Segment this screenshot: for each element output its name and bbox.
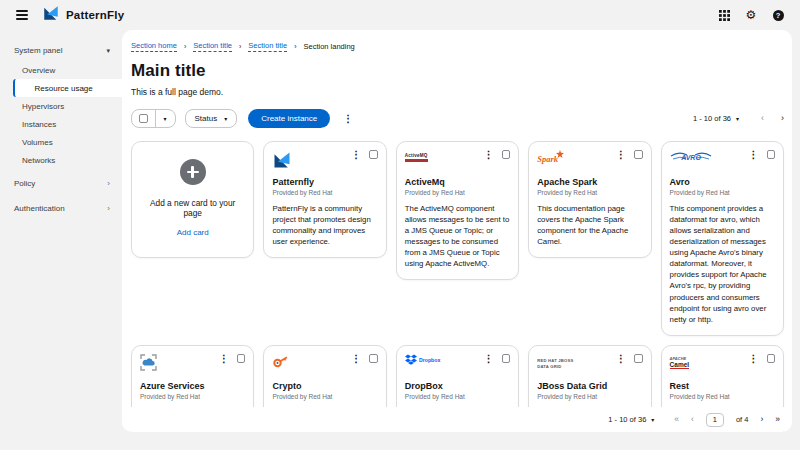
catalog-card-activemq[interactable]: ActiveMQ ⋮ ActiveMq Provided by Red Hat …: [396, 141, 519, 281]
card-checkbox[interactable]: [502, 150, 511, 159]
svg-text:Dropbox: Dropbox: [419, 356, 440, 362]
card-description: PatternFly is a community project that p…: [272, 203, 377, 247]
apache-spark-logo-icon: Spark: [537, 154, 558, 164]
sidebar-item-policy[interactable]: Policy ›: [0, 173, 122, 194]
catalog-card-avro[interactable]: AVRO ⋮ Avro Provided by Red Hat This com…: [661, 141, 784, 336]
sidebar-item-overview[interactable]: Overview: [0, 61, 122, 79]
patternfly-logo-icon: [42, 4, 60, 26]
card-checkbox[interactable]: [634, 150, 643, 159]
crypto-logo-icon: [272, 354, 289, 369]
card-checkbox[interactable]: [767, 150, 776, 159]
rest-camel-logo-icon: APACHE Camel: [670, 357, 690, 370]
card-provider: Provided by Red Hat: [537, 393, 642, 400]
breadcrumb-link[interactable]: Section title: [248, 41, 287, 52]
jboss-data-grid-logo-icon: RED HAT JBOSS DATA GRID: [537, 358, 573, 370]
card-title: ActiveMq: [405, 177, 510, 187]
chevron-down-icon: ▾: [736, 115, 739, 122]
sidebar-group-system-panel[interactable]: System panel ▾: [0, 42, 122, 59]
chevron-right-icon: ›: [107, 204, 110, 213]
card-provider: Provided by Red Hat: [272, 189, 377, 196]
next-page-icon[interactable]: ›: [760, 415, 763, 424]
prev-page-icon[interactable]: ‹: [691, 415, 694, 424]
sidebar-item-authentication[interactable]: Authentication ›: [0, 198, 122, 219]
page-title: Main title: [131, 61, 784, 81]
add-card-link[interactable]: Add card: [177, 228, 209, 237]
pagination-range-menu[interactable]: 1 - 10 of 36 ▾: [608, 415, 654, 424]
app-launcher-grid-icon[interactable]: [718, 9, 730, 21]
create-instance-button[interactable]: Create instance: [248, 109, 330, 128]
next-page-icon[interactable]: ›: [781, 114, 784, 123]
page-count-label: of 4: [736, 415, 749, 424]
card-checkbox[interactable]: [237, 354, 246, 363]
bulk-select-checkbox[interactable]: [132, 110, 156, 127]
card-checkbox[interactable]: [767, 354, 776, 363]
page-number-input[interactable]: [706, 413, 724, 427]
card-title: Patternfly: [272, 177, 377, 187]
breadcrumb-separator: ›: [239, 43, 241, 50]
avro-logo-icon: AVRO: [670, 150, 712, 163]
card-kebab-icon[interactable]: ⋮: [616, 150, 626, 160]
sidebar-nav: System panel ▾ Overview Resource usage H…: [0, 30, 122, 450]
card-kebab-icon[interactable]: ⋮: [351, 150, 361, 160]
nav-toggle-hamburger-icon[interactable]: [16, 10, 28, 20]
card-title: Rest: [670, 381, 775, 391]
last-page-icon[interactable]: »: [775, 415, 780, 424]
card-provider: Provided by Red Hat: [405, 393, 510, 400]
sidebar-item-volumes[interactable]: Volumes: [0, 133, 122, 151]
card-checkbox[interactable]: [634, 354, 643, 363]
card-kebab-icon[interactable]: ⋮: [484, 150, 494, 160]
bulk-select-split-button: ▾: [131, 109, 176, 128]
card-gallery: Add a new card to your page Add card ⋮: [131, 141, 784, 433]
catalog-card-patternfly[interactable]: ⋮ Patternfly Provided by Red Hat Pattern…: [263, 141, 386, 259]
card-kebab-icon[interactable]: ⋮: [616, 354, 626, 364]
brand[interactable]: PatternFly: [42, 4, 124, 26]
brand-name: PatternFly: [66, 9, 124, 21]
card-checkbox[interactable]: [369, 150, 378, 159]
patternfly-logo-icon: [272, 150, 292, 170]
card-kebab-icon[interactable]: ⋮: [749, 150, 759, 160]
prev-page-icon[interactable]: ‹: [761, 114, 764, 123]
breadcrumb-separator: ›: [184, 43, 186, 50]
card-kebab-icon[interactable]: ⋮: [219, 354, 229, 364]
sidebar-item-resource-usage[interactable]: Resource usage: [13, 79, 122, 97]
breadcrumb-link[interactable]: Section home: [131, 41, 177, 52]
card-kebab-icon[interactable]: ⋮: [484, 354, 494, 364]
card-provider: Provided by Red Hat: [405, 189, 510, 196]
card-kebab-icon[interactable]: ⋮: [749, 354, 759, 364]
card-title: Avro: [670, 177, 775, 187]
bulk-select-caret[interactable]: ▾: [156, 110, 175, 127]
toolbar-kebab-icon[interactable]: ⋮: [343, 114, 353, 124]
main-panel: Section home › Section title › Section t…: [122, 30, 792, 432]
sidebar-item-instances[interactable]: Instances: [0, 115, 122, 133]
dropbox-logo-icon: Dropbox: [405, 354, 445, 365]
card-checkbox[interactable]: [369, 354, 378, 363]
settings-gear-icon[interactable]: ⚙: [745, 9, 757, 21]
toolbar: ▾ Status ▾ Create instance ⋮ 1 - 10 of 3…: [131, 109, 784, 129]
chevron-down-icon: ▾: [651, 416, 654, 423]
add-plus-icon[interactable]: [180, 159, 206, 185]
status-filter-dropdown[interactable]: Status ▾: [185, 109, 238, 128]
card-title: Azure Services: [140, 381, 245, 391]
first-page-icon[interactable]: «: [674, 415, 679, 424]
sidebar-item-networks[interactable]: Networks: [0, 151, 122, 169]
chevron-down-icon: ▾: [106, 47, 110, 55]
pagination-range-menu[interactable]: 1 - 10 of 36 ▾: [693, 114, 739, 123]
pagination-bottom: 1 - 10 of 36 ▾ « ‹ of 4 › »: [122, 407, 792, 432]
page-subtitle: This is a full page demo.: [131, 87, 784, 97]
card-title: Apache Spark: [537, 177, 642, 187]
card-description: This documentation page covers the Apach…: [537, 203, 642, 247]
card-checkbox[interactable]: [502, 354, 511, 363]
chevron-down-icon: ▾: [224, 115, 227, 122]
card-title: DropBox: [405, 381, 510, 391]
breadcrumb-current: Section landing: [303, 42, 354, 51]
breadcrumb-separator: ›: [294, 43, 296, 50]
card-provider: Provided by Red Hat: [670, 189, 775, 196]
sidebar-group-label: System panel: [14, 46, 62, 55]
card-provider: Provided by Red Hat: [537, 189, 642, 196]
breadcrumb-link[interactable]: Section title: [193, 41, 232, 52]
add-new-card[interactable]: Add a new card to your page Add card: [131, 141, 254, 258]
help-question-icon[interactable]: ?: [772, 9, 784, 21]
sidebar-item-hypervisors[interactable]: Hypervisors: [0, 97, 122, 115]
card-kebab-icon[interactable]: ⋮: [351, 354, 361, 364]
catalog-card-apache-spark[interactable]: Spark ⋮ Apache Spark Provided by Red Hat…: [528, 141, 651, 259]
